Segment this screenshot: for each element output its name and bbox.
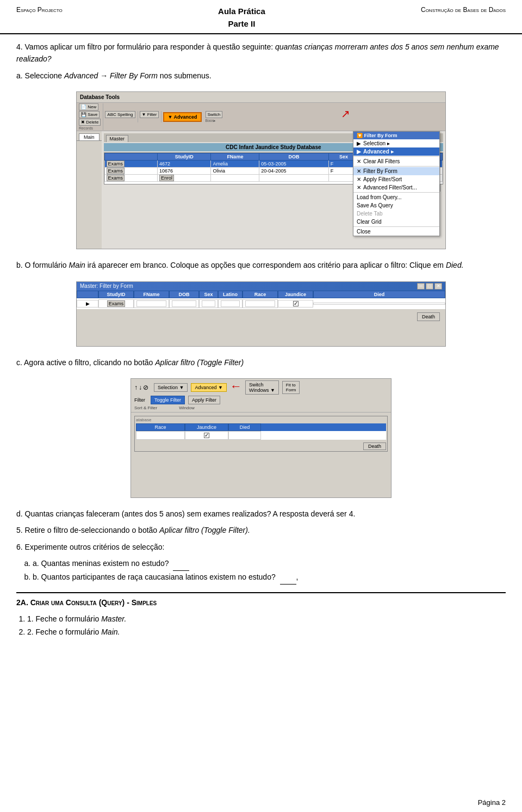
dropdown-clear-grid[interactable]: Clear Grid — [353, 218, 439, 226]
cell-jaundice-blank — [278, 300, 313, 307]
col-latino: Latino — [218, 291, 243, 298]
race-input[interactable] — [245, 300, 275, 307]
step6b-text: b. Quantos participantes de raça caucasi… — [33, 573, 276, 581]
section4-intro: 4. Vamos aplicar um filtro por formulári… — [16, 41, 506, 65]
sort-filter-label: Sort & Filter — [134, 405, 157, 410]
minimize-button[interactable]: ─ — [417, 283, 425, 290]
death-button3[interactable]: Death — [363, 442, 386, 450]
section2a-title: 2A. Criar uma Consulta (Query) - Simples — [16, 596, 506, 608]
records-label: Records — [79, 126, 93, 130]
screenshot2-box: Master: Filter by Form ─ □ ✕ StudyID FNa… — [76, 281, 446, 347]
maximize-button[interactable]: □ — [426, 283, 433, 290]
mini-form-row — [136, 431, 386, 440]
dropdown-header: 🔽 Filter By Form — [353, 132, 439, 139]
jaundice-checkbox[interactable] — [293, 301, 299, 306]
cell-fname-blank[interactable] — [134, 299, 169, 308]
sex-input[interactable] — [202, 300, 215, 307]
tab-main[interactable]: Main — [79, 133, 100, 140]
ribbon-new[interactable]: 📄 New — [79, 103, 98, 110]
dropdown-sep2 — [353, 166, 439, 167]
window-label: Boos▸ — [206, 119, 216, 123]
dropdown-delete-tab: Delete Tab — [353, 210, 439, 218]
selection-button[interactable]: Selection ▼ — [154, 383, 188, 392]
dropdown-apply-filter[interactable]: ✕ Apply Filter/Sort — [353, 175, 439, 183]
step6b-item: b. Quantos participantes de raça caucasi… — [33, 571, 506, 585]
dropdown-load-from-query[interactable]: Load from Query... — [353, 193, 439, 201]
dropdown-clear-all-filters[interactable]: ✕ Clear All Filters — [353, 157, 439, 165]
step2a-1-text: 1. Feche o formulário — [27, 614, 99, 623]
cell-studyid2: 10676 — [157, 168, 211, 175]
ss3-ribbon-row1: ↑ ↓ ⊘ Selection ▼ Advanced ▼ ← SwitchWin… — [134, 380, 388, 395]
ribbon-delete[interactable]: ✖ Delete — [79, 119, 101, 126]
col-dob: DOB — [169, 291, 199, 298]
window-section-label: Window — [179, 405, 194, 410]
ribbon-switch[interactable]: Switch — [206, 111, 223, 118]
cell-studyid3: Enrol — [157, 175, 211, 182]
row-label-exams2: Exams — [104, 168, 157, 175]
ss3-sub-window: atabase Race Jaundice Died — [134, 416, 388, 452]
header-title-line1: Aula Prática — [218, 5, 265, 18]
header-left: Espaço Projecto — [16, 5, 63, 15]
step-c-part: Coloque as opções que correspondem aos c… — [170, 261, 463, 269]
fname-input[interactable] — [136, 300, 166, 307]
header-title-line2: Parte II — [218, 18, 265, 30]
ribbon-advanced[interactable]: ▼ Advanced — [163, 112, 201, 122]
step5-italic: Aplicar filtro (Toggle Filter). — [159, 526, 250, 534]
dob-input[interactable] — [172, 300, 196, 307]
step-a: a. Seleccione Advanced → Filter By Form … — [16, 70, 506, 82]
dropdown-filter-by-form[interactable]: ✕ Filter By Form — [353, 167, 439, 175]
cell-latino-blank[interactable] — [218, 299, 243, 308]
step6a-item: a. Quantas meninas existem no estudo? — [33, 557, 506, 571]
step-d-text: d. Quantas crianças faleceram (antes dos… — [16, 509, 355, 518]
death-button2[interactable]: Death — [417, 312, 440, 321]
section2a-title-text: 2A. Criar uma Consulta (Query) - Simples — [16, 598, 157, 607]
close-button[interactable]: ✕ — [434, 283, 442, 290]
step6-list: a. Quantas meninas existem no estudo? b.… — [16, 557, 506, 585]
step2a-2: 2. Feche o formulário Main. — [27, 626, 506, 639]
database-tools-label: Database Tools — [80, 94, 120, 100]
cell-fname1: Amelia — [211, 161, 259, 168]
page-header: Espaço Projecto Aula Prática Parte II Co… — [0, 0, 522, 34]
cell-race-blank[interactable] — [243, 299, 278, 308]
col-fname: FName — [211, 153, 259, 161]
ribbon-filter[interactable]: ▼ Filter — [140, 111, 159, 118]
mini-col-jaundice: Jaundice — [185, 423, 228, 431]
col-died: Died — [313, 291, 445, 298]
col-dob: DOB — [259, 153, 328, 161]
toggle-filter-button[interactable]: Toggle Filter — [151, 396, 185, 404]
step-c2-text: c. Agora active o filtro, clicando no bo… — [16, 358, 153, 367]
col-fname: FName — [134, 291, 169, 298]
ribbon-save[interactable]: 💾 Save — [79, 111, 100, 118]
latino-input[interactable] — [221, 300, 240, 307]
row-label-exams1: Exams — [104, 161, 157, 168]
arrow-indicator: ↗ — [341, 107, 350, 120]
mini-cell-race[interactable] — [136, 431, 185, 440]
sort-asc-icon: ↑ — [134, 384, 138, 391]
jaundice-filter-checkbox[interactable] — [204, 433, 209, 438]
step-a-end: nos submenus. — [160, 71, 212, 80]
advanced-button[interactable]: Advanced ▼ — [191, 383, 226, 392]
dropdown-selection[interactable]: ▶ Selection ▸ — [353, 139, 439, 147]
dropdown-save-as-query[interactable]: Save As Query — [353, 201, 439, 210]
fit-form-button[interactable]: Fit toForm — [282, 381, 300, 394]
step-b: b. O formulário Main irá aparecer em bra… — [16, 259, 506, 271]
step-d: d. Quantas crianças faleceram (antes dos… — [16, 508, 506, 520]
dropdown-advanced[interactable]: ▶ Advanced ▸ — [353, 147, 439, 156]
cell-sex-blank[interactable] — [199, 299, 218, 308]
apply-filter-button[interactable]: Apply Filter — [188, 396, 220, 404]
ss3-section-labels: Sort & Filter Window — [134, 405, 388, 410]
switch-windows-button[interactable]: SwitchWindows ▼ — [245, 380, 279, 395]
step6-text: 6. Experimente outros critérios de selec… — [16, 543, 164, 551]
step2a-2-text: 2. Feche o formulário — [27, 628, 99, 636]
ribbon-spelling[interactable]: ABC Spelling — [105, 111, 135, 118]
mini-form-headers: Race Jaundice Died — [136, 423, 386, 431]
dropdown-advanced-filter[interactable]: ✕ Advanced Filter/Sort... — [353, 183, 439, 192]
race-filter-input[interactable] — [140, 432, 183, 438]
step-b-end: irá aparecer em branco. — [88, 261, 169, 269]
col-studyid: StudyID — [98, 291, 134, 298]
tab-master[interactable]: Master — [106, 135, 129, 142]
dropdown-close[interactable]: Close — [353, 227, 439, 236]
step5: 5. Retire o filtro de-seleccionando o bo… — [16, 524, 506, 536]
step-a-text: a. Seleccione — [16, 71, 62, 80]
cell-dob-blank[interactable] — [169, 299, 199, 308]
